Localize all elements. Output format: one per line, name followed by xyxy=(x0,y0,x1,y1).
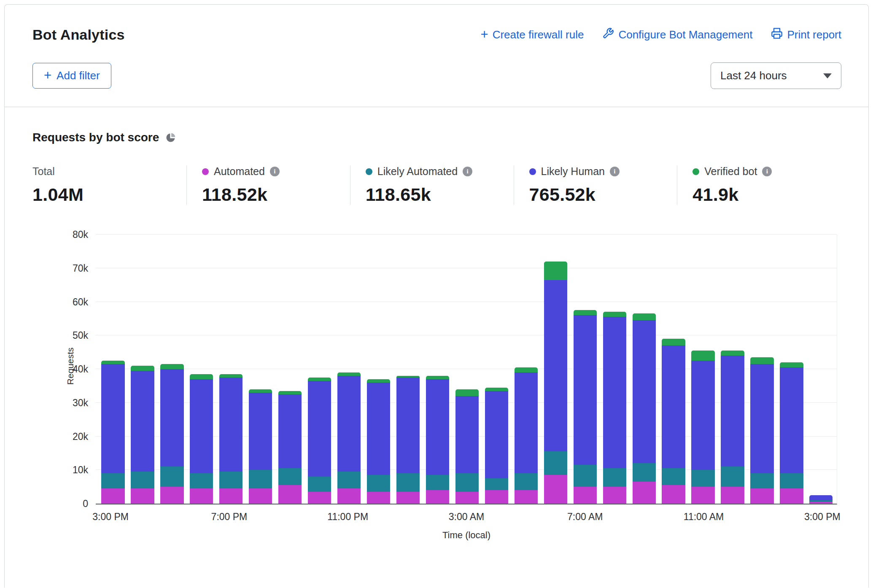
bar-segment[interactable] xyxy=(574,315,597,465)
bar-segment[interactable] xyxy=(455,473,479,492)
stacked-bar[interactable] xyxy=(190,235,213,504)
bar-segment[interactable] xyxy=(367,383,390,475)
bar-segment[interactable] xyxy=(780,473,803,488)
bar-segment[interactable] xyxy=(455,389,479,396)
bar-segment[interactable] xyxy=(633,463,656,482)
bar-segment[interactable] xyxy=(101,364,124,473)
stacked-bar[interactable] xyxy=(131,235,154,504)
bar-segment[interactable] xyxy=(190,473,213,488)
bar-segment[interactable] xyxy=(603,487,626,504)
bar-segment[interactable] xyxy=(308,378,331,381)
bar-segment[interactable] xyxy=(426,490,449,504)
stacked-bar[interactable] xyxy=(367,235,390,504)
bar-segment[interactable] xyxy=(219,374,242,378)
bar-segment[interactable] xyxy=(633,482,656,504)
bar-segment[interactable] xyxy=(160,467,183,487)
bar-segment[interactable] xyxy=(131,366,154,371)
stacked-bar[interactable] xyxy=(249,235,272,504)
stacked-bar[interactable] xyxy=(721,235,744,504)
bar-segment[interactable] xyxy=(485,490,508,504)
bar-segment[interactable] xyxy=(721,467,744,487)
stacked-bar[interactable] xyxy=(308,235,331,504)
stacked-bar[interactable] xyxy=(633,235,656,504)
bar-segment[interactable] xyxy=(160,487,183,504)
bar-segment[interactable] xyxy=(603,468,626,487)
bar-segment[interactable] xyxy=(308,492,331,504)
bar-segment[interactable] xyxy=(101,488,124,504)
bar-segment[interactable] xyxy=(574,310,597,315)
stacked-bar[interactable] xyxy=(337,235,361,504)
stacked-bar[interactable] xyxy=(750,235,773,504)
bar-segment[interactable] xyxy=(485,388,508,391)
bar-segment[interactable] xyxy=(455,396,479,473)
bar-segment[interactable] xyxy=(750,488,773,504)
print-report-link[interactable]: Print report xyxy=(771,27,841,42)
bar-segment[interactable] xyxy=(426,376,449,379)
bar-segment[interactable] xyxy=(278,391,302,394)
bar-segment[interactable] xyxy=(308,477,331,492)
bar-segment[interactable] xyxy=(544,280,567,452)
stacked-bar[interactable] xyxy=(544,235,567,504)
bar-segment[interactable] xyxy=(367,492,390,504)
bar-segment[interactable] xyxy=(544,475,567,504)
bar-segment[interactable] xyxy=(721,356,744,467)
bar-segment[interactable] xyxy=(367,379,390,383)
bar-segment[interactable] xyxy=(367,475,390,492)
create-firewall-rule-link[interactable]: + Create firewall rule xyxy=(481,28,584,41)
bar-segment[interactable] xyxy=(426,379,449,475)
bar-segment[interactable] xyxy=(544,262,567,280)
bar-segment[interactable] xyxy=(750,473,773,488)
bar-segment[interactable] xyxy=(485,478,508,490)
bar-segment[interactable] xyxy=(160,369,183,467)
bar-segment[interactable] xyxy=(662,339,685,345)
bar-segment[interactable] xyxy=(691,361,714,470)
bar-segment[interactable] xyxy=(662,485,685,504)
stacked-bar[interactable] xyxy=(809,235,833,504)
bar-segment[interactable] xyxy=(131,488,154,504)
stacked-bar[interactable] xyxy=(574,235,597,504)
time-range-select[interactable]: Last 24 hours xyxy=(711,62,841,89)
stacked-bar[interactable] xyxy=(485,235,508,504)
bar-segment[interactable] xyxy=(574,465,597,487)
stacked-bar[interactable] xyxy=(780,235,803,504)
info-icon[interactable] xyxy=(762,167,772,176)
bar-segment[interactable] xyxy=(160,364,183,369)
info-icon[interactable] xyxy=(610,167,620,176)
bar-segment[interactable] xyxy=(809,502,833,504)
bar-segment[interactable] xyxy=(809,495,833,500)
bar-segment[interactable] xyxy=(219,488,242,504)
bar-segment[interactable] xyxy=(515,372,538,473)
info-icon[interactable] xyxy=(270,167,280,176)
stacked-bar[interactable] xyxy=(455,235,479,504)
stacked-bar[interactable] xyxy=(515,235,538,504)
bar-segment[interactable] xyxy=(249,470,272,488)
bar-segment[interactable] xyxy=(750,357,773,364)
bar-segment[interactable] xyxy=(455,492,479,504)
bar-segment[interactable] xyxy=(721,351,744,356)
bar-segment[interactable] xyxy=(219,378,242,472)
bar-segment[interactable] xyxy=(131,371,154,472)
bar-segment[interactable] xyxy=(249,389,272,393)
bar-segment[interactable] xyxy=(308,381,331,477)
bar-segment[interactable] xyxy=(633,320,656,463)
bar-segment[interactable] xyxy=(750,364,773,473)
bar-segment[interactable] xyxy=(603,317,626,468)
bar-segment[interactable] xyxy=(426,475,449,490)
bar-segment[interactable] xyxy=(190,374,213,379)
bar-segment[interactable] xyxy=(485,391,508,478)
stacked-bar[interactable] xyxy=(662,235,685,504)
bar-segment[interactable] xyxy=(780,488,803,504)
info-icon[interactable] xyxy=(463,167,472,176)
bar-segment[interactable] xyxy=(190,488,213,504)
bar-segment[interactable] xyxy=(603,312,626,317)
bar-segment[interactable] xyxy=(633,313,656,320)
stacked-bar[interactable] xyxy=(278,235,302,504)
stacked-bar[interactable] xyxy=(101,235,124,504)
bar-segment[interactable] xyxy=(249,488,272,504)
bar-segment[interactable] xyxy=(278,485,302,504)
bar-segment[interactable] xyxy=(662,468,685,485)
bar-segment[interactable] xyxy=(249,393,272,470)
bar-segment[interactable] xyxy=(396,492,420,504)
bar-segment[interactable] xyxy=(337,472,361,488)
bar-segment[interactable] xyxy=(544,451,567,475)
